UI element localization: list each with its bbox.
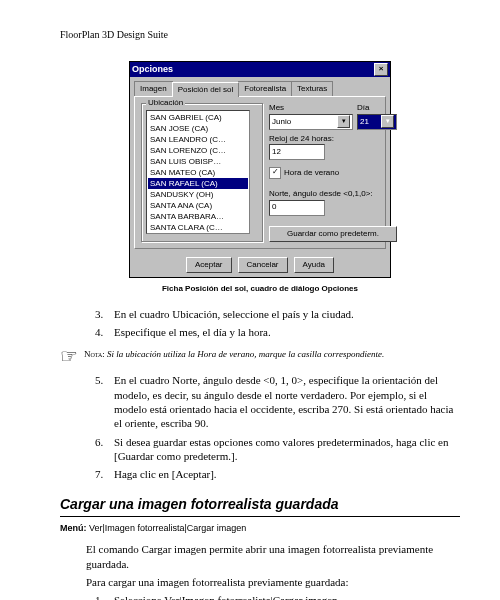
mes-label: Mes [269, 103, 353, 113]
location-listbox[interactable]: SAN GABRIEL (CA)SAN JOSE (CA)SAN LEANDRO… [146, 110, 250, 234]
instruction-list-2: En el cuadro Norte, ángulo desde <0, 1, … [60, 373, 460, 481]
tab-texturas[interactable]: Texturas [291, 81, 333, 96]
tab-posicion-sol[interactable]: Posición del sol [172, 82, 240, 97]
section-p1: El comando Cargar imagen permite abrir u… [86, 542, 460, 571]
dialog-buttons: Aceptar Cancelar Ayuda [130, 253, 390, 277]
list-item: Especifique el mes, el día y la hora. [106, 325, 460, 339]
checkbox-icon: ✓ [269, 167, 281, 179]
reloj-label: Reloj de 24 horas: [269, 134, 397, 144]
tab-content: Ubicación SAN GABRIEL (CA)SAN JOSE (CA)S… [134, 96, 386, 249]
right-column: Mes Junio ▾ Día 21 ▾ Reloj de [269, 103, 397, 242]
close-icon[interactable]: × [374, 63, 388, 76]
location-item[interactable]: SANTA CLARA (C… [148, 222, 248, 233]
chevron-down-icon: ▾ [337, 115, 350, 128]
section-title: Cargar una imagen fotorrealista guardada [60, 495, 460, 516]
hand-point-icon: ☞ [60, 349, 78, 363]
tab-strip: Imagen Posición del sol Fotorealista Tex… [130, 77, 390, 96]
reloj-input[interactable]: 12 [269, 144, 325, 160]
location-item[interactable]: SAN LORENZO (C… [148, 145, 248, 156]
note-block: ☞ Nota: Si la ubicación utiliza la Hora … [60, 349, 460, 363]
mes-combo[interactable]: Junio ▾ [269, 114, 353, 130]
location-item[interactable]: SANTA CRUZ (CA) [148, 233, 248, 234]
figure-caption: Ficha Posición del sol, cuadro de diálog… [60, 284, 460, 294]
list-item: Seleccione Ver|Imagen fotorrealista|Carg… [106, 593, 460, 600]
location-item[interactable]: SAN GABRIEL (CA) [148, 112, 248, 123]
verano-checkbox[interactable]: ✓ Hora de verano [269, 167, 339, 179]
location-item[interactable]: SAN LUIS OBISP… [148, 156, 248, 167]
norte-label: Norte, ángulo desde <0,1,0>: [269, 189, 397, 199]
dialog-screenshot: Opciones × Imagen Posición del sol Fotor… [60, 61, 460, 278]
options-dialog: Opciones × Imagen Posición del sol Fotor… [129, 61, 391, 278]
list-item: Si desea guardar estas opciones como val… [106, 435, 460, 464]
location-item[interactable]: SANTA ANA (CA) [148, 200, 248, 211]
dia-combo[interactable]: 21 ▾ [357, 114, 397, 130]
norte-input[interactable]: 0 [269, 200, 325, 216]
list-item: En el cuadro Ubicación, seleccione el pa… [106, 307, 460, 321]
page-header: FloorPlan 3D Design Suite [60, 28, 460, 41]
location-item[interactable]: SANDUSKY (OH) [148, 189, 248, 200]
ayuda-button[interactable]: Ayuda [294, 257, 335, 273]
aceptar-button[interactable]: Aceptar [186, 257, 232, 273]
titlebar: Opciones × [130, 62, 390, 77]
location-item[interactable]: SAN JOSE (CA) [148, 123, 248, 134]
note-label: Nota: [84, 349, 105, 359]
chevron-down-icon: ▾ [381, 115, 394, 128]
location-item[interactable]: SAN RAFAEL (CA) [148, 178, 248, 189]
tab-fotorealista[interactable]: Fotorealista [238, 81, 292, 96]
dialog-title: Opciones [132, 64, 173, 76]
section-p2: Para cargar una imagen fotorrealista pre… [86, 575, 460, 589]
menu-path: Menú: Ver|Imagen fotorrealista|Cargar im… [60, 523, 460, 535]
cancelar-button[interactable]: Cancelar [238, 257, 288, 273]
location-item[interactable]: SAN LEANDRO (C… [148, 134, 248, 145]
dia-label: Día [357, 103, 397, 113]
note-text: Si la ubicación utiliza la Hora de veran… [107, 349, 384, 359]
location-item[interactable]: SAN MATEO (CA) [148, 167, 248, 178]
section-steps: Seleccione Ver|Imagen fotorrealista|Carg… [60, 593, 460, 600]
list-item: En el cuadro Norte, ángulo desde <0, 1, … [106, 373, 460, 430]
location-item[interactable]: SANTA BARBARA… [148, 211, 248, 222]
tab-imagen[interactable]: Imagen [134, 81, 173, 96]
list-item: Haga clic en [Aceptar]. [106, 467, 460, 481]
ubicacion-label: Ubicación [146, 98, 185, 108]
ubicacion-group: Ubicación SAN GABRIEL (CA)SAN JOSE (CA)S… [141, 103, 263, 242]
save-default-button[interactable]: Guardar como predeterm. [269, 226, 397, 242]
instruction-list-1: En el cuadro Ubicación, seleccione el pa… [60, 307, 460, 340]
